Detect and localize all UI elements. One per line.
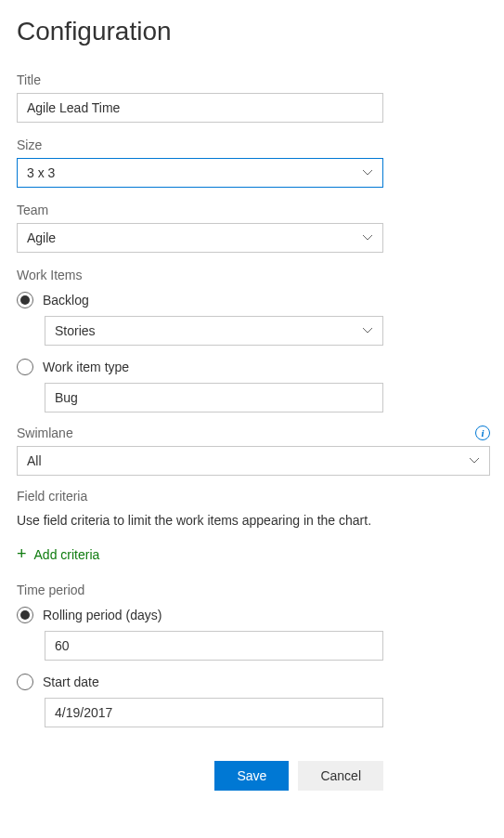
work-item-type-input[interactable]: Bug: [45, 383, 383, 412]
work-item-type-value: Bug: [55, 390, 78, 405]
size-label: Size: [17, 137, 485, 152]
info-icon[interactable]: i: [475, 426, 490, 440]
backlog-value: Stories: [55, 323, 96, 338]
cancel-button[interactable]: Cancel: [298, 761, 383, 791]
add-criteria-label: Add criteria: [34, 547, 100, 562]
backlog-radio[interactable]: [17, 292, 33, 308]
rolling-period-radio-row[interactable]: Rolling period (days): [17, 607, 485, 623]
title-input[interactable]: Agile Lead Time: [17, 93, 383, 123]
backlog-radio-row[interactable]: Backlog: [17, 292, 485, 308]
work-item-type-radio[interactable]: [17, 359, 33, 375]
add-criteria-button[interactable]: + Add criteria: [17, 544, 485, 564]
save-button[interactable]: Save: [214, 761, 289, 791]
chevron-down-icon: [362, 232, 373, 243]
title-value: Agile Lead Time: [27, 100, 120, 115]
start-date-radio-row[interactable]: Start date: [17, 674, 485, 690]
size-select[interactable]: 3 x 3: [17, 158, 383, 188]
chevron-down-icon: [362, 167, 373, 178]
rolling-period-value: 60: [55, 638, 70, 653]
chevron-down-icon: [362, 325, 373, 336]
field-criteria-label: Field criteria: [17, 489, 485, 504]
team-select[interactable]: Agile: [17, 223, 383, 253]
swimlane-label: Swimlane: [17, 426, 73, 440]
team-value: Agile: [27, 230, 56, 245]
team-label: Team: [17, 203, 485, 217]
start-date-radio-label: Start date: [43, 674, 99, 689]
field-criteria-helper: Use field criteria to limit the work ite…: [17, 513, 485, 528]
start-date-radio[interactable]: [17, 674, 33, 690]
start-date-input[interactable]: 4/19/2017: [45, 698, 383, 727]
time-period-label: Time period: [17, 583, 485, 597]
rolling-period-radio-label: Rolling period (days): [43, 608, 162, 622]
backlog-radio-label: Backlog: [43, 293, 89, 308]
swimlane-select[interactable]: All: [17, 446, 490, 476]
plus-icon: +: [17, 544, 27, 564]
work-items-label: Work Items: [17, 268, 485, 282]
rolling-period-input[interactable]: 60: [45, 631, 383, 661]
size-value: 3 x 3: [27, 165, 55, 180]
chevron-down-icon: [469, 455, 480, 466]
title-label: Title: [17, 72, 485, 87]
work-item-type-radio-label: Work item type: [43, 360, 129, 374]
work-item-type-radio-row[interactable]: Work item type: [17, 359, 485, 375]
swimlane-value: All: [27, 453, 42, 468]
backlog-select[interactable]: Stories: [45, 316, 383, 346]
start-date-value: 4/19/2017: [55, 705, 112, 720]
page-title: Configuration: [17, 17, 485, 46]
rolling-period-radio[interactable]: [17, 607, 33, 623]
